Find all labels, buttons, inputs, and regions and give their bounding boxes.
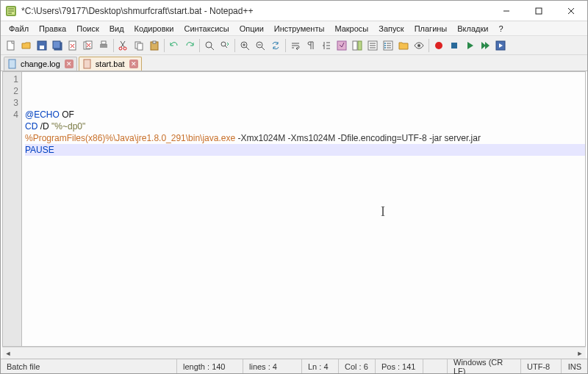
menu-syntax[interactable]: Синтаксисы <box>179 23 234 35</box>
svg-point-32 <box>435 42 442 49</box>
svg-point-31 <box>417 44 420 47</box>
code-line[interactable]: CD /D "%~dp0" <box>25 121 585 132</box>
undo-icon <box>168 40 180 51</box>
save-button[interactable] <box>35 38 49 53</box>
file-icon <box>7 59 18 69</box>
scroll-track[interactable] <box>14 348 574 359</box>
status-col: Col : 6 <box>339 359 376 373</box>
menu-options[interactable]: Опции <box>234 23 269 35</box>
svg-rect-11 <box>100 44 107 48</box>
svg-rect-12 <box>101 41 106 44</box>
user-lang-button[interactable] <box>334 38 349 53</box>
close-button[interactable] <box>555 1 587 21</box>
svg-point-19 <box>206 42 212 48</box>
scroll-left-button[interactable]: ◄ <box>2 348 14 359</box>
menu-view[interactable]: Вид <box>104 23 129 35</box>
menu-plugins[interactable]: Плагины <box>409 23 453 35</box>
zoom-out-button[interactable] <box>253 38 268 53</box>
menu-help[interactable]: ? <box>493 23 508 35</box>
window-title: *C:\Users\79177\Desktop\shmurfcraft\star… <box>21 6 490 16</box>
close-all-button[interactable] <box>81 38 96 53</box>
play-macro-button[interactable] <box>462 38 477 53</box>
editor[interactable]: 1 2 3 4 @ECHO OFCD /D "%~dp0"%ProgramFil… <box>2 71 586 347</box>
code-token: "%~dp0" <box>51 121 85 132</box>
status-spacer <box>423 359 448 373</box>
minimize-icon <box>503 7 510 15</box>
copy-button[interactable] <box>132 38 146 53</box>
redo-icon <box>184 40 196 51</box>
show-all-chars-button[interactable] <box>304 38 318 53</box>
menu-macros[interactable]: Макросы <box>329 23 373 35</box>
scroll-right-button[interactable]: ► <box>574 348 586 359</box>
save-macro-button[interactable] <box>493 38 508 53</box>
folder-open-icon <box>21 40 32 51</box>
indent-icon <box>320 40 332 51</box>
search-icon <box>204 40 215 51</box>
find-button[interactable] <box>202 38 217 53</box>
svg-rect-33 <box>451 43 457 48</box>
code-area[interactable]: @ECHO OFCD /D "%~dp0"%ProgramFiles(x86)%… <box>22 72 585 346</box>
tab-start-bat[interactable]: start.bat ✕ <box>79 57 142 71</box>
cut-button[interactable] <box>116 38 131 53</box>
file-icon <box>82 59 93 69</box>
save-all-icon <box>51 40 63 51</box>
svg-point-14 <box>123 47 126 50</box>
sync-icon <box>270 40 282 51</box>
folder-workspace-button[interactable] <box>396 38 411 53</box>
monitoring-button[interactable] <box>412 38 426 53</box>
close-file-button[interactable] <box>65 38 80 53</box>
paste-icon <box>148 40 160 51</box>
menu-edit[interactable]: Правка <box>34 23 71 35</box>
menu-file[interactable]: Файл <box>4 23 34 35</box>
menu-encoding[interactable]: Кодировки <box>129 23 179 35</box>
code-line[interactable]: PAUSE <box>25 144 585 156</box>
code-token: @ECHO <box>25 109 60 120</box>
play-multi-button[interactable] <box>478 38 492 53</box>
tab-label: change.log <box>21 60 60 68</box>
play-icon <box>464 40 476 51</box>
func-list-icon <box>382 40 394 51</box>
doc-list-button[interactable] <box>365 38 380 53</box>
tab-change-log[interactable]: change.log ✕ <box>4 57 77 71</box>
doc-list-icon <box>367 40 379 51</box>
sync-scroll-button[interactable] <box>268 38 283 53</box>
replace-button[interactable] <box>218 38 232 53</box>
zoom-in-button[interactable] <box>237 38 252 53</box>
code-line[interactable]: @ECHO OF <box>25 109 585 121</box>
status-encoding: UTF-8 <box>521 359 562 373</box>
svg-rect-25 <box>353 41 357 50</box>
indent-guide-button[interactable] <box>319 38 334 53</box>
svg-rect-18 <box>153 41 156 43</box>
func-list-button[interactable] <box>381 38 395 53</box>
code-line[interactable]: %ProgramFiles(x86)%\Java\jre1.8.0_291\bi… <box>25 132 585 144</box>
code-token: PAUSE <box>25 145 54 155</box>
status-eol: Windows (CR LF) <box>448 359 521 373</box>
copy-icon <box>133 40 145 51</box>
menu-run[interactable]: Запуск <box>373 23 409 35</box>
tab-close-button[interactable]: ✕ <box>65 60 74 68</box>
print-button[interactable] <box>96 38 111 53</box>
save-macro-icon <box>495 40 506 51</box>
menu-tabs[interactable]: Вкладки <box>452 23 493 35</box>
code-token: CD <box>25 121 37 132</box>
record-macro-button[interactable] <box>431 38 446 53</box>
paste-button[interactable] <box>147 38 162 53</box>
open-button[interactable] <box>19 38 34 53</box>
redo-button[interactable] <box>182 38 197 53</box>
wordwrap-button[interactable] <box>288 38 303 53</box>
maximize-button[interactable] <box>523 1 555 21</box>
save-all-button[interactable] <box>50 38 65 53</box>
menu-search[interactable]: Поиск <box>71 23 104 35</box>
svg-rect-24 <box>358 41 362 50</box>
tab-close-button[interactable]: ✕ <box>129 60 138 68</box>
app-icon <box>5 5 17 17</box>
stop-macro-button[interactable] <box>447 38 462 53</box>
svg-rect-16 <box>137 43 143 50</box>
menu-tools[interactable]: Инструменты <box>269 23 330 35</box>
eye-icon <box>413 40 425 51</box>
wordwrap-icon <box>290 40 301 51</box>
minimize-button[interactable] <box>490 1 523 21</box>
undo-button[interactable] <box>167 38 182 53</box>
new-button[interactable] <box>4 38 18 53</box>
doc-map-button[interactable] <box>350 38 365 53</box>
